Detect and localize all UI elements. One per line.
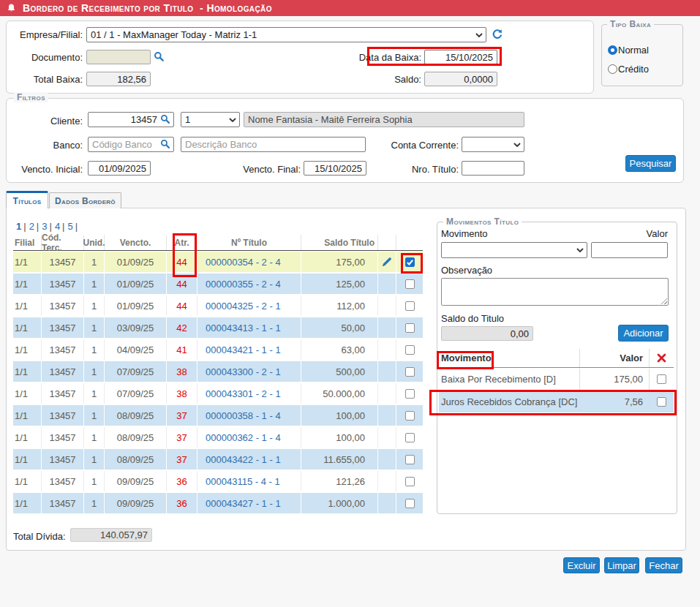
titulo-checkbox[interactable] (405, 455, 415, 464)
page-link-4[interactable]: 4 (55, 221, 60, 232)
chevron-down-icon (475, 33, 483, 37)
titulo-checkbox[interactable] (405, 257, 415, 267)
titulo-cell: 1 (84, 295, 105, 316)
titulo-cell: 1 (84, 449, 105, 470)
titulo-row[interactable]: 1/113457103/09/2542000043413 - 1 - 150,0… (13, 317, 423, 338)
pagination-separator: | (37, 221, 39, 232)
titulo-link[interactable]: 000043422 - 1 - 1 (206, 454, 281, 465)
titulo-cell: 13457 (42, 252, 84, 272)
titulo-cell: 1/1 (13, 317, 42, 338)
documento-search-icon[interactable] (154, 51, 165, 62)
titulo-link[interactable]: 000004325 - 2 - 1 (206, 301, 281, 312)
titulo-row[interactable]: 1/113457108/09/2537000043422 - 1 - 111.6… (13, 449, 423, 470)
nro-titulo-input[interactable] (462, 161, 524, 176)
titulo-link[interactable]: 000043413 - 1 - 1 (206, 323, 281, 333)
titulo-checkbox[interactable] (405, 323, 415, 333)
titulo-cell: 1/1 (13, 295, 42, 316)
data-baixa-input[interactable] (424, 50, 497, 64)
movimentos-list-header: Movimento Valor (439, 349, 674, 368)
titulo-link[interactable]: 000043300 - 2 - 1 (206, 366, 281, 377)
movimento-select[interactable] (441, 242, 587, 258)
titulo-cell: 13457 (42, 427, 84, 448)
valor-input[interactable] (591, 242, 668, 258)
radio-credito[interactable] (608, 64, 617, 74)
delete-x-icon[interactable] (650, 349, 674, 367)
titulo-row[interactable]: 1/113457101/09/2544000004325 - 2 - 1112,… (13, 295, 423, 316)
titulo-cell: 000043300 - 2 - 1 (197, 361, 301, 382)
page-link-3[interactable]: 3 (42, 221, 47, 232)
titulo-cell: 08/09/25 (105, 427, 167, 448)
cliente-label: Cliente: (7, 116, 83, 127)
movimento-valor-cell: 7,56 (580, 391, 650, 412)
fechar-button[interactable]: Fechar (645, 557, 682, 573)
page-link-5[interactable]: 5 (68, 221, 73, 232)
vencto-inicial-input[interactable] (88, 161, 151, 176)
titulo-link[interactable]: 000000354 - 2 - 4 (206, 257, 281, 268)
refresh-icon[interactable] (492, 29, 503, 40)
titulo-checkbox[interactable] (405, 301, 415, 311)
banco-search-icon[interactable] (160, 139, 170, 149)
titulo-link[interactable]: 000000355 - 2 - 4 (206, 279, 281, 290)
titulo-link[interactable]: 000043115 - 4 - 1 (206, 476, 280, 487)
titulo-row[interactable]: 1/113457109/09/2536000043115 - 4 - 1121,… (13, 471, 423, 491)
col-header-check (396, 235, 423, 250)
titulo-link[interactable]: 000043301 - 2 - 1 (206, 388, 281, 399)
titulo-link[interactable]: 000000358 - 1 - 4 (206, 410, 281, 421)
titulo-row[interactable]: 1/113457101/09/2544000000354 - 2 - 4175,… (13, 252, 423, 272)
titulo-checkbox[interactable] (405, 279, 415, 289)
movimento-checkbox[interactable] (657, 397, 666, 407)
movimentos-col-movimento: Movimento (439, 349, 580, 367)
cliente-search-icon[interactable] (160, 114, 170, 124)
titulo-cell: 44 (167, 252, 197, 272)
limpar-button[interactable]: Limpar (604, 557, 639, 573)
titulo-link[interactable]: 000043421 - 1 - 1 (206, 344, 281, 355)
empresa-filial-select[interactable]: 01 / 1 - MaxManager Today - Matriz 1-1 (86, 27, 486, 42)
cliente-loja-select[interactable]: 1 (181, 112, 240, 127)
tab-titulos[interactable]: Títulos (6, 191, 48, 208)
titulo-checkbox[interactable] (405, 345, 415, 355)
titulo-cell: 09/09/25 (105, 493, 167, 513)
data-baixa-label: Data da Baixa: (334, 52, 421, 64)
vencto-final-input[interactable] (304, 161, 366, 176)
observacao-textarea[interactable] (441, 278, 669, 306)
titulo-checkbox[interactable] (405, 411, 415, 421)
titulo-checkbox[interactable] (405, 477, 415, 486)
conta-corrente-select[interactable] (462, 137, 524, 152)
titulo-cell: 01/09/25 (105, 252, 167, 272)
titulo-checkbox[interactable] (405, 499, 415, 508)
page-link-1[interactable]: 1 (16, 221, 21, 232)
titulo-cell: 1 (84, 317, 105, 338)
titulo-link[interactable]: 000043427 - 1 - 1 (206, 498, 281, 509)
edit-pencil-icon[interactable] (378, 252, 396, 272)
vencto-inicial-label: Vencto. Inicial: (7, 164, 83, 176)
total-baixa-field (86, 72, 151, 86)
titulo-row[interactable]: 1/113457108/09/2537000000362 - 1 - 4100,… (13, 427, 423, 448)
movimento-checkbox[interactable] (657, 374, 666, 384)
titulo-row[interactable]: 1/113457108/09/2537000000358 - 1 - 4100,… (13, 405, 423, 426)
titulo-checkbox[interactable] (405, 433, 415, 442)
pesquisar-button[interactable]: Pesquisar (625, 155, 676, 172)
titulo-checkbox[interactable] (405, 367, 415, 377)
titulo-row[interactable]: 1/113457107/09/2538000043301 - 2 - 150.0… (13, 383, 423, 404)
titulo-row[interactable]: 1/113457101/09/2544000000355 - 2 - 4125,… (13, 274, 423, 294)
radio-normal[interactable] (608, 45, 617, 55)
titulo-checkbox[interactable] (405, 389, 415, 399)
adicionar-button[interactable]: Adicionar (618, 325, 669, 342)
titulo-cell: 01/09/25 (105, 295, 167, 316)
pagination: 1|2|3|4|5| (13, 221, 78, 232)
banco-descricao-input[interactable] (181, 137, 366, 152)
titulo-cell: 03/09/25 (105, 317, 167, 338)
titulo-row[interactable]: 1/113457104/09/2541000043421 - 1 - 163,0… (13, 339, 423, 360)
titulo-row[interactable]: 1/113457109/09/2536000043427 - 1 - 11.00… (13, 493, 423, 513)
titulo-cell: 1 (84, 383, 105, 404)
page-link-2[interactable]: 2 (29, 221, 34, 232)
excluir-button[interactable]: Excluir (563, 557, 600, 573)
titulo-cell: 1 (84, 339, 105, 360)
titulo-cell (396, 274, 423, 294)
titulo-row[interactable]: 1/113457107/09/2538000043300 - 2 - 1500,… (13, 361, 423, 382)
total-divida-label: Total Dívida: (13, 531, 66, 543)
titulo-link[interactable]: 000000362 - 1 - 4 (206, 432, 281, 443)
col-header-unid: Unid. (84, 235, 105, 250)
tab-dados-bordero[interactable]: Dados Borderô (49, 192, 121, 208)
saldo-label: Saldo: (334, 74, 421, 86)
